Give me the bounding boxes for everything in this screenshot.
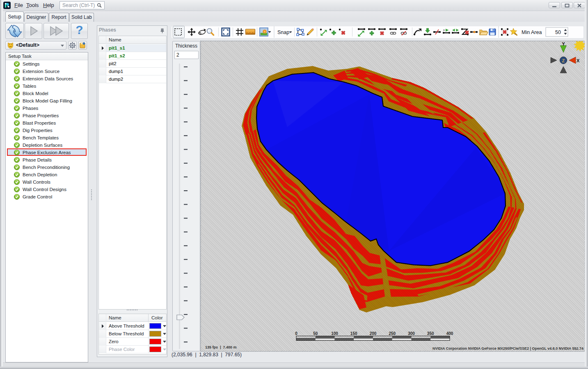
svg-text:135 fps | 7.400 m: 135 fps | 7.400 m [205, 345, 237, 349]
svg-text:Min Area: Min Area [522, 30, 542, 35]
svg-text:400: 400 [446, 331, 453, 336]
svg-text:350: 350 [427, 331, 434, 336]
svg-text:150: 150 [350, 331, 357, 336]
svg-text:50: 50 [555, 30, 561, 35]
svg-text:Z: Z [562, 58, 565, 63]
svg-text:0: 0 [295, 331, 297, 336]
svg-text:X: X [577, 58, 580, 63]
svg-text:NVIDIA Corporation NVIDIA GeFo: NVIDIA Corporation NVIDIA GeForce MX250/… [432, 346, 583, 351]
svg-text:250: 250 [389, 331, 396, 336]
svg-text:Snap: Snap [277, 30, 289, 35]
svg-text:100: 100 [331, 331, 338, 336]
svg-text:200: 200 [370, 331, 377, 336]
svg-text:50: 50 [313, 331, 318, 336]
svg-text:300: 300 [408, 331, 415, 336]
